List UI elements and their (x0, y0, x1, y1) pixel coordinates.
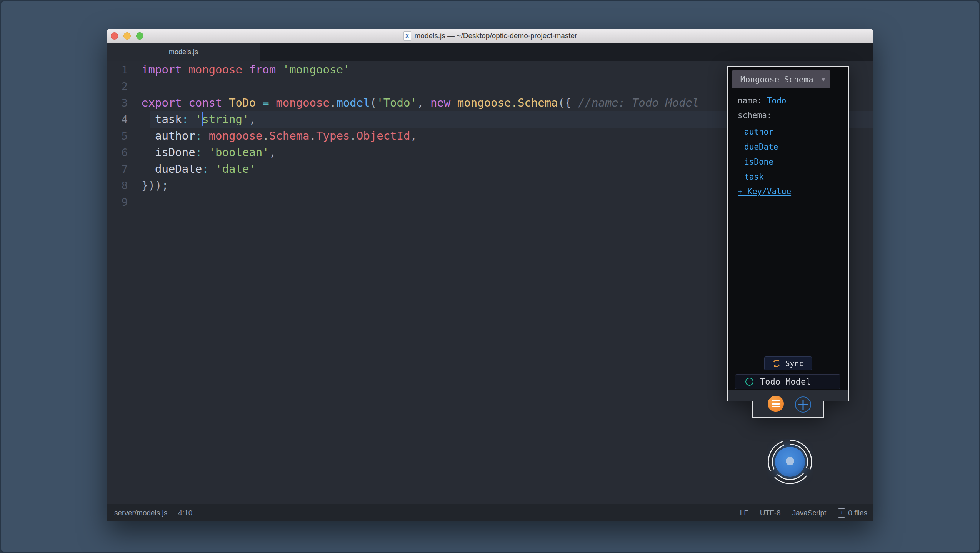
status-cursor-position[interactable]: 4:10 (178, 509, 192, 517)
schema-item-author[interactable]: author (744, 127, 773, 137)
optic-panel-notch (752, 401, 824, 418)
add-key-value-link[interactable]: + Key/Value (738, 187, 791, 196)
menu-button[interactable] (768, 396, 784, 412)
schema-item-dueDate[interactable]: dueDate (744, 142, 778, 152)
line-number-5: 5 (107, 128, 128, 144)
status-file-path[interactable]: server/models.js (114, 509, 167, 517)
schema-section-label: schema: (738, 111, 772, 120)
status-left: server/models.js 4:10 (107, 509, 192, 517)
close-window-button[interactable] (111, 32, 118, 40)
status-line-ending[interactable]: LF (740, 509, 748, 517)
sync-button[interactable]: Sync (764, 356, 812, 370)
add-model-button[interactable] (795, 396, 811, 413)
optic-panel: Mongoose Schema ▼ name: Todo schema: aut… (727, 66, 849, 418)
js-file-icon: x (403, 31, 411, 41)
optic-panel-footer (728, 390, 848, 401)
window-title-text: models.js — ~/Desktop/optic-demo-project… (415, 32, 577, 40)
plus-icon (797, 398, 809, 411)
tab-models-js[interactable]: models.js (107, 43, 260, 61)
line-number-4: 4 (107, 111, 128, 128)
zoom-window-button[interactable] (136, 32, 143, 40)
line-number-9: 9 (107, 194, 128, 210)
line-number-7: 7 (107, 161, 128, 177)
git-files-count: 0 files (848, 509, 867, 517)
line-number-1: 1 (107, 62, 128, 78)
line-number-2: 2 (107, 78, 128, 95)
model-status-circle-icon (745, 378, 753, 386)
schema-item-isDone[interactable]: isDone (744, 157, 773, 167)
optic-knob-button[interactable] (767, 439, 813, 485)
line-number-3: 3 (107, 95, 128, 111)
schema-item-task[interactable]: task (744, 172, 764, 182)
schema-type-label: Mongoose Schema (740, 75, 813, 84)
schema-name-label: name: (738, 96, 767, 105)
line-number-8: 8 (107, 177, 128, 194)
schema-section-row: schema: (738, 111, 772, 120)
tab-label: models.js (169, 48, 198, 56)
line-number-gutter: 123456789 (107, 62, 128, 210)
chevron-down-icon: ▼ (822, 76, 825, 83)
tab-bar: models.js (107, 43, 873, 61)
window-title: x models.js — ~/Desktop/optic-demo-proje… (403, 31, 577, 41)
schema-name-value[interactable]: Todo (767, 96, 787, 105)
optic-panel-body: Mongoose Schema ▼ name: Todo schema: aut… (727, 66, 849, 401)
status-git-files[interactable]: ± 0 files (838, 508, 867, 518)
hamburger-icon (772, 400, 780, 402)
status-language[interactable]: JavaScript (792, 509, 827, 517)
model-row-todo-model[interactable]: Todo Model (735, 374, 840, 389)
model-row-label: Todo Model (760, 377, 811, 386)
git-diff-icon: ± (838, 508, 845, 518)
knob-center-dot (786, 457, 794, 465)
status-right: LF UTF-8 JavaScript ± 0 files (740, 508, 873, 518)
sync-button-label: Sync (785, 359, 803, 368)
desktop-background: x models.js — ~/Desktop/optic-demo-proje… (0, 0, 980, 553)
schema-type-dropdown[interactable]: Mongoose Schema ▼ (732, 70, 830, 88)
schema-name-row: name: Todo (738, 96, 786, 105)
status-encoding[interactable]: UTF-8 (760, 509, 781, 517)
sync-icon (772, 359, 781, 368)
window-titlebar[interactable]: x models.js — ~/Desktop/optic-demo-proje… (107, 29, 873, 43)
status-bar: server/models.js 4:10 LF UTF-8 JavaScrip… (107, 504, 873, 521)
minimize-window-button[interactable] (123, 32, 131, 40)
line-number-6: 6 (107, 144, 128, 161)
